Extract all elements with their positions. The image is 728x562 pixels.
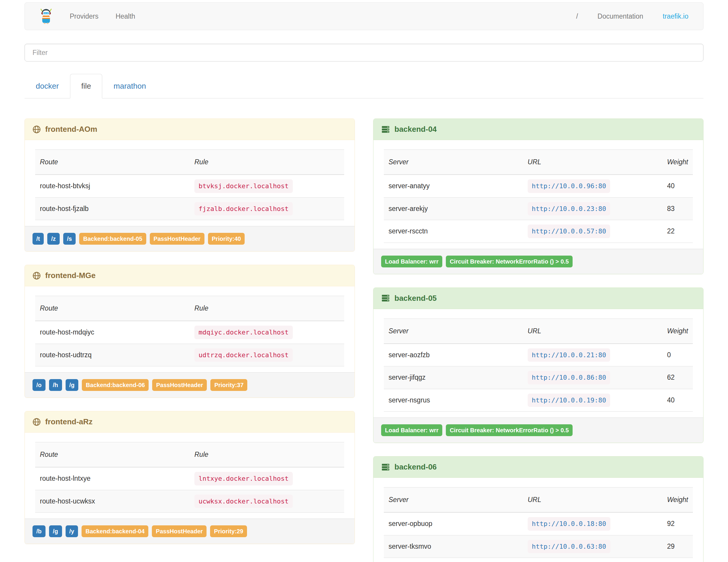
column-header-server: Server — [384, 150, 523, 175]
server-url-link[interactable]: http://10.0.0.86:80 — [528, 371, 610, 384]
frontend-card: frontend-aRz Route Rule route-host-lntx — [25, 411, 355, 544]
table-row: server-nsgrus http://10.0.0.19:80 40 — [384, 389, 693, 412]
globe-icon — [33, 272, 41, 280]
server-stack-icon — [381, 125, 390, 134]
table-row: server-anatyy http://10.0.0.96:80 40 — [384, 175, 693, 197]
circuit-breaker-badge: Circuit Breaker: NetworkErrorRatio () > … — [446, 424, 573, 436]
table-row: server-updomo http://10.0.0.83:80 57 — [384, 558, 693, 562]
table-row: server-opbuop http://10.0.0.18:80 92 — [384, 512, 693, 535]
server-weight: 40 — [662, 389, 693, 412]
server-weight: 57 — [662, 558, 693, 562]
frontend-title: frontend-MGe — [45, 271, 95, 280]
column-header-rule: Rule — [190, 296, 344, 321]
entrypoint-label: /z — [47, 233, 60, 245]
backend-card-header: backend-06 — [373, 457, 703, 478]
backend-card: backend-04 Server URL Weight — [373, 118, 703, 274]
filter-input[interactable] — [25, 44, 703, 61]
frontend-card-footer: /o /h /g Backend:backend-06 PassHostHead… — [25, 372, 355, 397]
tab-marathon[interactable]: marathon — [102, 74, 157, 98]
server-name: server-aozfzb — [384, 344, 523, 366]
table-row: server-rscctn http://10.0.0.57:80 22 — [384, 220, 693, 243]
backend-title: backend-06 — [394, 462, 437, 472]
entrypoint-label: /y — [66, 525, 78, 537]
backend-ref-badge: Backend:backend-05 — [79, 233, 146, 245]
server-url-link[interactable]: http://10.0.0.18:80 — [528, 517, 610, 531]
server-stack-icon — [381, 463, 390, 472]
server-weight: 0 — [662, 344, 693, 366]
table-row: route-host-mdqiyc mdqiyc.docker.localhos… — [35, 321, 344, 344]
column-header-route: Route — [35, 296, 190, 321]
rule-code: lntxye.docker.localhost — [194, 472, 293, 485]
column-header-weight: Weight — [662, 319, 693, 344]
column-header-server: Server — [384, 488, 523, 513]
backend-ref-badge: Backend:backend-04 — [82, 525, 148, 537]
navbar: Providers Health / Documentation traefik… — [25, 2, 703, 30]
server-weight: 29 — [662, 535, 693, 558]
entrypoint-label: /g — [49, 525, 62, 537]
nav-link-health[interactable]: Health — [116, 12, 135, 20]
nav-link-documentation[interactable]: Documentation — [597, 12, 643, 20]
column-header-url: URL — [523, 488, 662, 513]
column-header-url: URL — [523, 319, 662, 344]
server-url-link[interactable]: http://10.0.0.57:80 — [528, 225, 610, 238]
routes-table: Route Rule route-host-btvksj btvksj.dock… — [35, 150, 344, 220]
backend-card-header: backend-04 — [373, 119, 703, 140]
table-row: server-tksmvo http://10.0.0.63:80 29 — [384, 535, 693, 558]
circuit-breaker-badge: Circuit Breaker: NetworkErrorRatio () > … — [446, 256, 573, 267]
table-row: route-host-udtrzq udtrzq.docker.localhos… — [35, 344, 344, 366]
frontend-card-body: Route Rule route-host-lntxye lntxye.dock… — [25, 433, 355, 519]
backend-card-body: Server URL Weight server-anatyy http://1… — [373, 140, 703, 249]
server-url-link[interactable]: http://10.0.0.63:80 — [528, 540, 610, 553]
backends-column: backend-04 Server URL Weight — [373, 118, 703, 562]
server-url-link[interactable]: http://10.0.0.19:80 — [528, 394, 610, 407]
column-header-rule: Rule — [190, 150, 344, 175]
server-weight: 62 — [662, 366, 693, 389]
routes-table: Route Rule route-host-mdqiyc mdqiyc.dock… — [35, 296, 344, 366]
server-name: server-tksmvo — [384, 535, 523, 558]
backend-card-body: Server URL Weight server-opbuop http://1… — [373, 478, 703, 562]
route-name: route-host-fjzalb — [35, 197, 190, 220]
page-container: Providers Health / Documentation traefik… — [25, 2, 703, 562]
column-header-weight: Weight — [662, 488, 693, 513]
load-balancer-badge: Load Balancer: wrr — [381, 424, 442, 436]
frontend-card-footer: /t /z /s Backend:backend-05 PassHostHead… — [25, 226, 355, 251]
server-name: server-nsgrus — [384, 389, 523, 412]
frontends-column: frontend-AOm Route Rule route-host-btvk — [25, 118, 355, 544]
server-weight: 40 — [662, 175, 693, 197]
route-name: route-host-lntxye — [35, 467, 190, 490]
server-name: server-updomo — [384, 558, 523, 562]
nav-link-providers[interactable]: Providers — [70, 12, 98, 20]
provider-tabs: docker file marathon — [25, 74, 703, 98]
passhostheader-badge: PassHostHeader — [150, 233, 204, 245]
entrypoint-label: /g — [66, 379, 79, 391]
frontend-card-header: frontend-AOm — [25, 119, 355, 140]
frontend-card-header: frontend-MGe — [25, 265, 355, 286]
tab-docker[interactable]: docker — [25, 74, 70, 98]
backend-title: backend-04 — [394, 125, 437, 134]
backend-card-footer: Load Balancer: wrr Circuit Breaker: Netw… — [373, 249, 703, 274]
route-name: route-host-ucwksx — [35, 490, 190, 513]
load-balancer-badge: Load Balancer: wrr — [381, 256, 442, 267]
priority-badge: Priority:40 — [208, 233, 245, 245]
server-url-link[interactable]: http://10.0.0.96:80 — [528, 179, 610, 193]
entrypoint-label: /t — [33, 233, 44, 245]
frontend-card: frontend-MGe Route Rule route-host-mdqi — [25, 265, 355, 398]
backend-card: backend-06 Server URL Weight — [373, 456, 703, 562]
tab-file[interactable]: file — [70, 74, 102, 98]
frontend-card: frontend-AOm Route Rule route-host-btvk — [25, 118, 355, 251]
server-weight: 92 — [662, 512, 693, 535]
routes-table: Route Rule route-host-lntxye lntxye.dock… — [35, 442, 344, 513]
priority-badge: Priority:37 — [210, 379, 247, 391]
rule-code: mdqiyc.docker.localhost — [194, 326, 293, 339]
backend-ref-badge: Backend:backend-06 — [82, 379, 149, 391]
column-header-route: Route — [35, 150, 190, 175]
column-header-route: Route — [35, 442, 190, 467]
server-url-link[interactable]: http://10.0.0.21:80 — [528, 348, 610, 362]
server-stack-icon — [381, 294, 390, 303]
server-url-link[interactable]: http://10.0.0.23:80 — [528, 202, 610, 216]
nav-link-traefik-io[interactable]: traefik.io — [663, 12, 688, 20]
table-row: route-host-lntxye lntxye.docker.localhos… — [35, 467, 344, 490]
server-name: server-opbuop — [384, 512, 523, 535]
backend-card-footer: Load Balancer: wrr Circuit Breaker: Netw… — [373, 418, 703, 443]
server-name: server-anatyy — [384, 175, 523, 197]
